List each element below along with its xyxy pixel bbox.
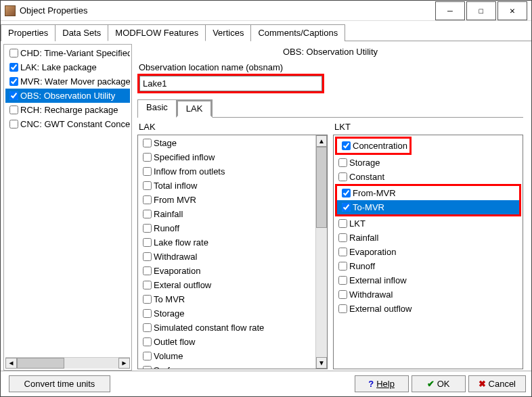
lak-item[interactable]: Stage: [138, 136, 315, 150]
lkt-item[interactable]: Concentration: [337, 139, 409, 153]
lak-item-check[interactable]: [143, 167, 152, 176]
lkt-item[interactable]: Storage: [334, 156, 523, 170]
tab-vertices[interactable]: Vertices: [205, 24, 251, 41]
lkt-item-check[interactable]: [338, 158, 347, 167]
lak-item-check[interactable]: [143, 281, 152, 289]
lak-item[interactable]: Total inflow: [138, 179, 315, 193]
lak-item-check[interactable]: [143, 153, 152, 162]
lak-item-check[interactable]: [143, 238, 152, 247]
inner-tab-lak[interactable]: LAK: [176, 99, 213, 118]
feature-tree[interactable]: CHD: Time-Variant Specified Head package…: [5, 46, 130, 357]
tree-check-cnc[interactable]: [9, 120, 18, 129]
tab-comments-captions[interactable]: Comments/Captions: [250, 24, 345, 41]
lak-item-check[interactable]: [143, 181, 152, 190]
lak-item-check[interactable]: [143, 266, 152, 275]
lak-item[interactable]: Withdrawal: [138, 250, 315, 264]
lak-item-check[interactable]: [143, 352, 152, 360]
lak-item[interactable]: Lake flow rate: [138, 235, 315, 250]
lak-item-check[interactable]: [143, 139, 152, 147]
tree-item-chd[interactable]: CHD: Time-Variant Specified Head package: [5, 46, 130, 60]
lak-item[interactable]: Exteral outflow: [138, 278, 315, 292]
tree-item-cnc[interactable]: CNC: GWT Constant Concentration package: [5, 117, 130, 131]
lkt-item[interactable]: Evaporation: [334, 245, 523, 259]
lak-item[interactable]: Volume: [138, 349, 315, 363]
scroll-up-button[interactable]: ▲: [316, 135, 327, 147]
lak-item[interactable]: To MVR: [138, 292, 315, 306]
tree-check-lak[interactable]: [9, 63, 18, 72]
scroll-right-button[interactable]: ►: [118, 358, 130, 369]
lak-item-check[interactable]: [143, 210, 152, 218]
lkt-item-check[interactable]: [338, 172, 347, 181]
lak-item[interactable]: Runoff: [138, 221, 315, 235]
lak-item[interactable]: Inflow from outlets: [138, 164, 315, 179]
lkt-item[interactable]: Withdrawal: [334, 287, 523, 302]
tree-item-mvr[interactable]: MVR: Water Mover package: [5, 74, 130, 89]
lak-vthumb[interactable]: [316, 147, 327, 228]
lak-vscroll[interactable]: ▲ ▼: [315, 135, 327, 369]
lak-item-check[interactable]: [143, 323, 152, 332]
lkt-item-label: Withdrawal: [349, 289, 393, 300]
scroll-left-button[interactable]: ◄: [5, 358, 17, 369]
lak-item[interactable]: From MVR: [138, 193, 315, 207]
lkt-item-check[interactable]: [338, 276, 347, 285]
scroll-thumb[interactable]: [17, 358, 64, 369]
scroll-down-button[interactable]: ▼: [316, 357, 327, 369]
tree-hscroll[interactable]: ◄ ►: [5, 357, 130, 369]
lkt-item-check[interactable]: [338, 248, 347, 256]
lak-item-check[interactable]: [143, 309, 152, 318]
inner-tab-basic[interactable]: Basic: [137, 99, 177, 118]
lak-item-label: Lake flow rate: [154, 237, 208, 248]
lkt-item-check[interactable]: [338, 290, 347, 299]
lkt-item-check[interactable]: [338, 233, 347, 242]
tree-check-chd[interactable]: [9, 49, 18, 57]
lak-item-check[interactable]: [143, 224, 152, 233]
lkt-item-check[interactable]: [338, 304, 347, 313]
convert-time-units-button[interactable]: Convert time units: [9, 375, 110, 392]
tree-check-obs[interactable]: [9, 91, 18, 100]
ok-button[interactable]: ✔OK: [412, 375, 466, 392]
lkt-listbox[interactable]: ConcentrationStorageConstantFrom-MVRTo-M…: [333, 135, 523, 369]
minimize-button[interactable]: —: [435, 1, 465, 20]
lak-item-check[interactable]: [143, 366, 152, 369]
lak-item[interactable]: Evaporation: [138, 264, 315, 278]
lkt-item-check[interactable]: [342, 203, 351, 212]
lak-item-check[interactable]: [143, 252, 152, 261]
lkt-item-check[interactable]: [338, 219, 347, 228]
tree-check-rch[interactable]: [9, 106, 18, 114]
lak-vtrack[interactable]: [316, 147, 327, 357]
lak-item[interactable]: Surface area: [138, 363, 315, 369]
lak-item-check[interactable]: [143, 337, 152, 346]
tree-item-rch[interactable]: RCH: Recharge package: [5, 103, 130, 117]
lak-item[interactable]: Storage: [138, 306, 315, 321]
lkt-item[interactable]: Constant: [334, 170, 523, 184]
lkt-item[interactable]: To-MVR: [337, 200, 519, 214]
lak-listbox[interactable]: StageSpecified inflowInflow from outlets…: [137, 135, 328, 369]
lak-item[interactable]: Rainfall: [138, 207, 315, 221]
lak-item[interactable]: Simulated constant flow rate: [138, 321, 315, 335]
obsnam-input[interactable]: [139, 76, 322, 91]
scroll-track[interactable]: [17, 358, 118, 369]
lkt-item[interactable]: External inflow: [334, 273, 523, 287]
lak-item[interactable]: Specified inflow: [138, 150, 315, 164]
tab-data-sets[interactable]: Data Sets: [55, 24, 108, 41]
tab-properties[interactable]: Properties: [1, 24, 56, 41]
tree-check-mvr[interactable]: [9, 77, 18, 86]
tab-modflow-features[interactable]: MODFLOW Features: [108, 24, 206, 41]
maximize-button[interactable]: ☐: [466, 1, 496, 20]
cancel-button[interactable]: ✖Cancel: [468, 375, 526, 392]
lak-item[interactable]: Outlet flow: [138, 335, 315, 349]
tree-item-lak[interactable]: LAK: Lake package: [5, 60, 130, 74]
lkt-item-check[interactable]: [342, 189, 351, 197]
tree-item-obs[interactable]: OBS: Observation Utility: [5, 89, 130, 103]
help-button[interactable]: ?Help: [355, 375, 409, 392]
lkt-item[interactable]: LKT: [334, 216, 523, 231]
lkt-item-check[interactable]: [338, 262, 347, 271]
lak-item-check[interactable]: [143, 295, 152, 304]
lkt-item-check[interactable]: [342, 141, 351, 150]
close-button[interactable]: ✕: [497, 1, 527, 20]
lkt-item[interactable]: From-MVR: [337, 186, 519, 200]
lkt-item[interactable]: Runoff: [334, 259, 523, 273]
lak-item-check[interactable]: [143, 195, 152, 204]
lkt-item[interactable]: External outflow: [334, 302, 523, 316]
lkt-item[interactable]: Rainfall: [334, 231, 523, 245]
